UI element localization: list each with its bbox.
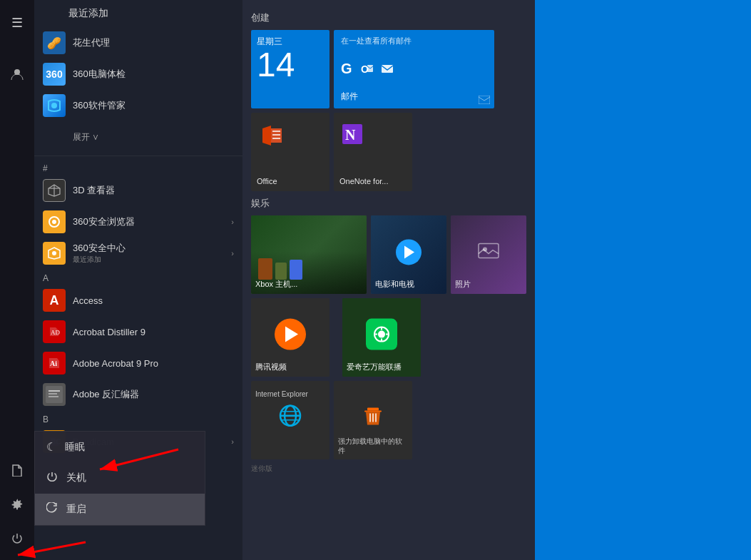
app-name: 360电脑体检 bbox=[73, 68, 234, 81]
access-app-item[interactable]: A Access bbox=[34, 285, 242, 316]
list-item[interactable]: 3D 查看器 bbox=[34, 175, 242, 206]
acrobat-distiller-icon: AD bbox=[43, 320, 66, 343]
sleep-icon: ☾ bbox=[46, 440, 56, 454]
360browser-icon bbox=[43, 210, 66, 233]
list-item[interactable]: 360安全浏览器 › bbox=[34, 206, 242, 238]
svg-point-6 bbox=[52, 220, 56, 224]
uninstall-label: 强力卸载电脑中的软件 bbox=[338, 437, 408, 455]
calendar-tile[interactable]: 星期三 14 bbox=[251, 30, 329, 108]
photos-tile[interactable]: 照片 bbox=[451, 215, 526, 294]
svg-text:AD: AD bbox=[51, 329, 60, 336]
svg-rect-23 bbox=[382, 65, 393, 73]
tiles-row-5: Internet Explorer 强力卸载电脑中的软件 bbox=[251, 381, 526, 459]
hamburger-icon[interactable]: ☰ bbox=[1, 7, 33, 39]
settings-icon[interactable] bbox=[1, 489, 33, 520]
app-name: 花生代理 bbox=[73, 36, 234, 49]
list-item[interactable]: Ai Adobe Acrobat 9 Pro bbox=[34, 347, 242, 379]
tiles-row-4: 腾讯视频 爱奇艺万能联播 bbox=[251, 298, 526, 377]
section-chuangjian: 创建 bbox=[251, 11, 526, 24]
top-bar: 最近添加 bbox=[34, 0, 242, 27]
onenote-label: OneNote for... bbox=[339, 177, 388, 185]
svg-point-8 bbox=[52, 251, 56, 255]
svg-point-3 bbox=[51, 103, 57, 108]
svg-rect-24 bbox=[479, 96, 490, 104]
svg-text:Ai: Ai bbox=[50, 360, 57, 367]
svg-rect-40 bbox=[364, 411, 382, 412]
xbox-label: Xbox 主机... bbox=[255, 279, 297, 290]
mail-label: 邮件 bbox=[341, 91, 358, 103]
list-item[interactable]: 360软件管家 bbox=[34, 90, 242, 121]
svg-rect-29 bbox=[476, 238, 501, 264]
office-label: Office bbox=[257, 177, 277, 185]
start-menu: ☰ bbox=[0, 0, 535, 560]
mail-top-text: 在一处查看所有邮件 bbox=[341, 36, 412, 46]
list-item[interactable]: Adobe 反汇编器 bbox=[34, 379, 242, 410]
access-icon: A bbox=[43, 289, 66, 312]
svg-rect-16 bbox=[48, 396, 58, 397]
svg-rect-14 bbox=[48, 390, 60, 392]
calendar-day-num: 14 bbox=[257, 48, 295, 82]
ie-label: Internet Explorer bbox=[255, 390, 325, 399]
office-tile[interactable]: Office bbox=[251, 113, 329, 191]
restart-label: 重启 bbox=[66, 503, 86, 516]
user-icon[interactable] bbox=[1, 58, 33, 90]
photos-label: 照片 bbox=[455, 279, 471, 290]
tiles-row-3: Xbox 主机... 电影和电视 bbox=[251, 215, 526, 294]
expand-button[interactable]: 展开 ∨ bbox=[34, 121, 242, 153]
app-name: 3D 查看器 bbox=[73, 184, 234, 197]
ie-tile[interactable]: Internet Explorer bbox=[251, 381, 329, 459]
iqiyi-label: 爱奇艺万能联播 bbox=[347, 362, 402, 372]
list-item[interactable]: 360 360电脑体检 bbox=[34, 58, 242, 90]
expand-label: 展开 ∨ bbox=[73, 131, 234, 143]
alpha-hash: # bbox=[34, 159, 242, 175]
restart-icon bbox=[46, 502, 58, 516]
bottom-label: 迷你版 bbox=[251, 464, 526, 474]
list-item[interactable]: AD Acrobat Distiller 9 bbox=[34, 316, 242, 347]
sleep-button[interactable]: ☾ 睡眠 bbox=[35, 432, 205, 462]
360mgr-icon bbox=[43, 94, 66, 117]
svg-rect-15 bbox=[48, 393, 57, 394]
movies-label: 电影和电视 bbox=[375, 279, 414, 290]
expand-icon bbox=[43, 126, 66, 148]
app-name: 360软件管家 bbox=[73, 99, 234, 112]
expand-arrow-icon: › bbox=[231, 249, 234, 258]
3d-viewer-icon bbox=[43, 179, 66, 202]
list-item[interactable]: 🥜 花生代理 bbox=[34, 27, 242, 58]
section-yule: 娱乐 bbox=[251, 197, 526, 210]
uninstall-tile[interactable]: 强力卸载电脑中的软件 bbox=[334, 381, 412, 459]
right-panel: 创建 星期三 14 在一处查看所有邮件 G O bbox=[242, 0, 535, 560]
tiles-row-2: Office N OneNote for... bbox=[251, 113, 526, 191]
power-icon[interactable] bbox=[1, 523, 33, 554]
onenote-tile[interactable]: N OneNote for... bbox=[334, 113, 412, 191]
svg-text:N: N bbox=[345, 127, 356, 143]
360body-icon: 360 bbox=[43, 63, 66, 86]
app-name: 360安全浏览器 bbox=[73, 215, 224, 228]
expand-arrow-icon: › bbox=[231, 437, 234, 446]
mail-tile[interactable]: 在一处查看所有邮件 G O bbox=[334, 30, 494, 108]
restart-button[interactable]: 重启 bbox=[35, 494, 205, 525]
app-name: Adobe Acrobat 9 Pro bbox=[73, 358, 234, 369]
xbox-tile[interactable]: Xbox 主机... bbox=[251, 215, 367, 294]
access-app-name: Access bbox=[73, 295, 234, 306]
tencent-video-tile[interactable]: 腾讯视频 bbox=[251, 298, 329, 377]
divider bbox=[34, 156, 242, 156]
shutdown-icon bbox=[46, 471, 58, 485]
sleep-label: 睡眠 bbox=[65, 441, 85, 454]
app-name: Adobe 反汇编器 bbox=[73, 388, 234, 401]
svg-point-33 bbox=[378, 331, 385, 338]
iqiyi-tile[interactable]: 爱奇艺万能联播 bbox=[342, 298, 421, 377]
svg-rect-39 bbox=[367, 408, 379, 411]
tiles-row-1: 星期三 14 在一处查看所有邮件 G O bbox=[251, 30, 526, 108]
shutdown-label: 关机 bbox=[66, 472, 86, 484]
sidebar-strip: ☰ bbox=[0, 0, 34, 560]
power-menu: ☾ 睡眠 关机 重启 bbox=[34, 431, 205, 526]
adobe-decompiler-icon bbox=[43, 383, 66, 406]
list-item[interactable]: 360安全中心 最近添加 › bbox=[34, 238, 242, 269]
movies-tile[interactable]: 电影和电视 bbox=[371, 215, 446, 294]
acrobat-pro-icon: Ai bbox=[43, 352, 66, 375]
spacer bbox=[334, 298, 338, 377]
shutdown-button[interactable]: 关机 bbox=[35, 462, 205, 494]
document-icon[interactable] bbox=[1, 454, 33, 486]
app-name: 360安全中心 bbox=[73, 242, 224, 255]
recently-added-title: 最近添加 bbox=[68, 7, 108, 20]
